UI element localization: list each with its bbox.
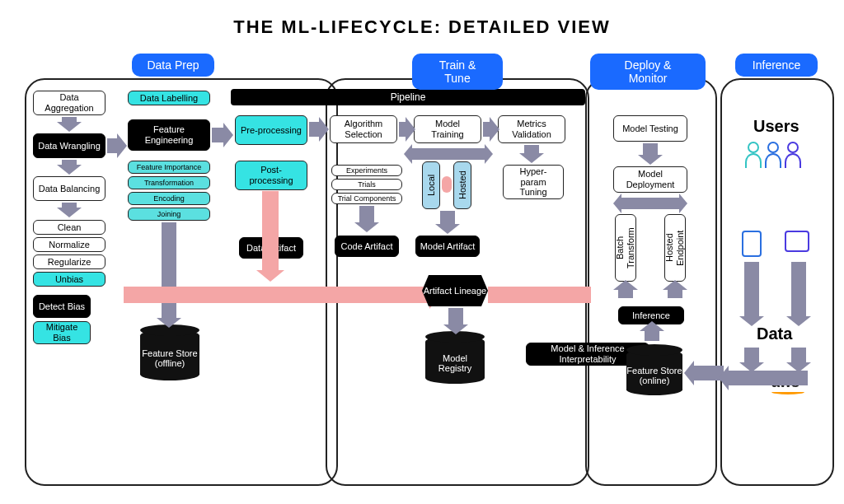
box-regularize: Regularize [33,254,106,269]
pink-connector [442,176,452,193]
users-icon [743,142,799,168]
box-normalize: Normalize [33,237,106,252]
feature-store-online-label: Feature Store (online) [626,366,682,385]
box-data-balancing: Data Balancing [33,176,106,201]
pink-bar [124,287,433,303]
panel-inference [720,78,834,486]
arrow-icon [645,328,659,341]
arrow-icon [399,122,409,137]
tab-inference: Inference [735,54,818,77]
cylinder-model-registry: Model Registry [425,336,485,384]
box-experiments: Experiments [331,165,402,176]
box-mitigate-bias: Mitigate Bias [33,321,91,344]
arrow-icon [791,348,806,366]
box-batch-transform: Batch Transform [615,214,636,282]
arrow-icon [668,287,682,298]
arrow-icon [359,206,374,226]
double-arrow-icon [620,198,681,209]
box-feature-engineering: Feature Engineering [128,119,210,151]
pink-bar [488,287,591,303]
arrow-icon [725,371,808,385]
tab-deploy-monitor: Deploy & Monitor [590,54,706,90]
arrow-icon [618,287,633,298]
arrow-icon [448,308,463,328]
box-model-testing: Model Testing [613,115,687,142]
box-hyperparam-tuning: Hyper-param Tuning [503,165,564,199]
tab-train-tune: Train & Tune [412,54,503,90]
box-algorithm-selection: Algorithm Selection [330,115,397,143]
users-label: Users [753,117,799,136]
box-hosted-endpoint: Hosted Endpoint [664,214,686,282]
cylinder-feature-store-online: Feature Store (online) [626,349,682,395]
arrow-icon [62,117,77,125]
box-code-artifact: Code Artifact [335,236,399,257]
page-title: THE ML-LIFECYCLE: DETAILED VIEW [0,0,844,38]
arrow-icon [62,160,77,168]
arrow-icon [162,222,176,321]
box-trial-components: Trial Components [331,193,402,204]
box-pre-processing: Pre-processing [235,115,307,145]
box-data-wrangling: Data Wrangling [33,133,106,158]
box-feature-importance: Feature Importance [128,161,210,174]
box-detect-bias: Detect Bias [33,295,91,318]
box-unbias: Unbias [33,272,106,287]
arrow-icon [791,262,806,320]
box-model-artifact: Model Artifact [415,236,480,257]
box-data-labelling: Data Labelling [128,91,210,105]
arrow-icon [483,122,493,137]
box-model-deployment: Model Deployment [613,166,687,193]
double-arrow-icon [410,148,486,160]
hex-artifact-lineage: Artifact Lineage [422,275,488,306]
tab-data-prep: Data Prep [132,54,214,77]
box-transformation: Transformation [128,176,210,189]
arrow-icon [524,145,539,156]
box-post-processing: Post-processing [235,161,307,190]
box-metrics-validation: Metrics Validation [498,115,565,143]
pipeline-bar: Pipeline [231,89,585,105]
arrow-icon [62,203,77,211]
phone-icon [742,231,762,257]
box-trials: Trials [331,179,402,190]
arrow-icon [744,262,759,320]
data-label: Data [757,324,792,343]
arrow-icon [440,211,455,227]
arrow-icon [643,143,658,158]
model-registry-label: Model Registry [425,353,485,373]
browser-icon [785,231,809,252]
box-model-training: Model Training [414,115,481,143]
box-data-aggregation: Data Aggregation [33,91,106,115]
box-hosted: Hosted [453,161,471,209]
arrow-icon [107,138,120,153]
pink-arrow-icon [262,191,279,273]
arrow-icon [212,128,227,142]
box-joining: Joining [128,208,210,221]
box-encoding: Encoding [128,192,210,205]
arrow-icon [744,348,759,366]
box-local: Local [422,161,440,209]
cylinder-feature-store-offline: Feature Store (offline) [140,329,199,380]
arrow-icon [309,122,322,137]
feature-store-offline-label: Feature Store (offline) [140,348,199,368]
box-clean: Clean [33,220,106,235]
